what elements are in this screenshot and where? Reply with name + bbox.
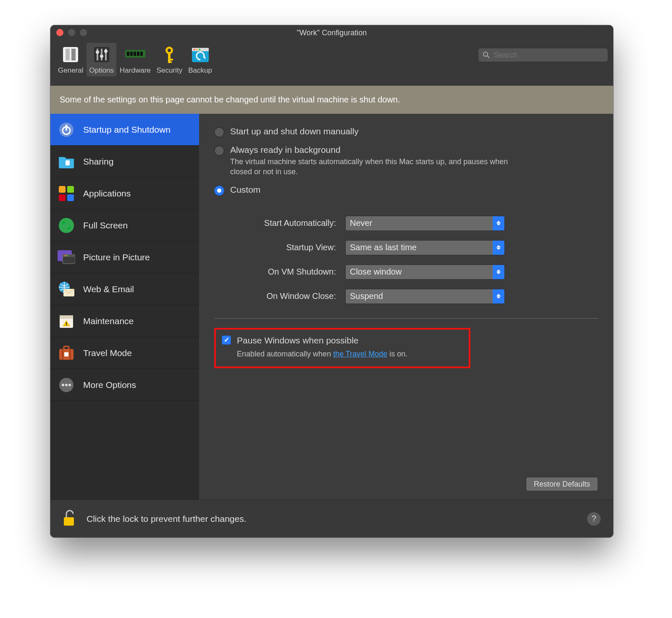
svg-point-42 xyxy=(67,255,68,256)
toolbar-hardware[interactable]: Hardware xyxy=(117,43,153,76)
svg-rect-0 xyxy=(63,47,78,62)
svg-rect-51 xyxy=(69,349,71,360)
select-on-vm-shutdown[interactable]: Close window xyxy=(345,264,505,280)
suitcase-icon xyxy=(57,344,76,362)
svg-rect-19 xyxy=(168,59,173,60)
minimize-window-button[interactable] xyxy=(68,29,75,36)
body: Startup and Shutdown Sharing Application… xyxy=(50,114,613,500)
label-start-automatically: Start Automatically: xyxy=(239,218,336,228)
lock-open-icon xyxy=(63,509,77,526)
search-input[interactable] xyxy=(494,51,604,60)
radio-always-ready[interactable]: Always ready in background The virtual m… xyxy=(214,145,598,177)
svg-rect-52 xyxy=(64,346,69,350)
warning-banner: Some of the settings on this page cannot… xyxy=(50,86,613,114)
svg-rect-47 xyxy=(66,322,67,325)
radio-label: Start up and shut down manually xyxy=(230,126,359,136)
svg-point-25 xyxy=(199,49,200,50)
sidebar-item-applications[interactable]: Applications xyxy=(50,178,199,209)
svg-point-55 xyxy=(62,384,64,386)
backup-icon xyxy=(190,45,210,65)
sidebar-item-web-email[interactable]: Web & Email xyxy=(50,273,199,305)
svg-rect-31 xyxy=(66,160,70,165)
ram-icon xyxy=(125,45,145,65)
svg-point-26 xyxy=(483,52,488,56)
svg-point-23 xyxy=(194,49,195,50)
more-icon xyxy=(57,376,76,394)
key-icon xyxy=(159,45,179,65)
sidebar-item-maintenance[interactable]: Maintenance xyxy=(50,305,199,337)
toolbar-options[interactable]: Options xyxy=(87,43,116,76)
divider xyxy=(214,318,598,319)
svg-point-17 xyxy=(168,49,171,52)
help-button[interactable]: ? xyxy=(587,512,601,526)
svg-point-56 xyxy=(65,384,68,386)
svg-rect-11 xyxy=(127,52,129,56)
radio-sublabel: The virtual machine starts automatically… xyxy=(230,157,524,177)
checkbox-icon: ✓ xyxy=(222,335,231,345)
sidebar-item-fullscreen[interactable]: Full Screen xyxy=(50,209,199,241)
sidebar-item-label: Full Screen xyxy=(83,220,128,230)
svg-line-27 xyxy=(487,56,489,58)
sidebar-item-label: Web & Email xyxy=(83,284,134,294)
svg-rect-1 xyxy=(66,49,70,60)
sidebar-item-startup-shutdown[interactable]: Startup and Shutdown xyxy=(50,114,199,146)
sidebar-item-sharing[interactable]: Sharing xyxy=(50,146,199,178)
window-title: "Work" Configuration xyxy=(297,29,367,37)
custom-settings: Start Automatically: Never Startup View:… xyxy=(239,216,598,304)
radio-label: Always ready in background xyxy=(230,145,524,155)
zoom-window-button[interactable] xyxy=(80,29,87,36)
sidebar-item-travel-mode[interactable]: Travel Mode xyxy=(50,337,199,369)
checkbox-pause-windows[interactable]: ✓ Pause Windows when possible Enabled au… xyxy=(222,335,463,359)
radio-custom[interactable]: Custom xyxy=(214,185,598,196)
radio-manual[interactable]: Start up and shut down manually xyxy=(214,126,598,137)
svg-rect-50 xyxy=(62,349,63,360)
sidebar-item-label: Applications xyxy=(83,189,131,199)
label-startup-view: Startup View: xyxy=(239,243,336,252)
restore-defaults-button[interactable]: Restore Defaults xyxy=(526,477,598,491)
svg-rect-48 xyxy=(66,325,67,326)
svg-rect-32 xyxy=(59,186,66,193)
sidebar-item-label: Maintenance xyxy=(83,316,134,326)
svg-rect-15 xyxy=(140,52,143,56)
checkbox-label-group: Pause Windows when possible Enabled auto… xyxy=(237,335,407,359)
footer: Click the lock to prevent further change… xyxy=(50,500,613,537)
svg-rect-20 xyxy=(168,61,172,63)
content-pane: Start up and shut down manually Always r… xyxy=(199,114,613,500)
select-start-automatically[interactable]: Never xyxy=(345,216,505,231)
lock-text: Click the lock to prevent further change… xyxy=(87,514,247,524)
svg-rect-33 xyxy=(67,186,74,193)
toolbar-security[interactable]: Security xyxy=(154,43,185,76)
chevron-updown-icon xyxy=(493,265,504,279)
highlighted-section: ✓ Pause Windows when possible Enabled au… xyxy=(214,328,470,368)
sidebar: Startup and Shutdown Sharing Application… xyxy=(50,114,199,500)
svg-rect-34 xyxy=(59,194,66,201)
toolbar: General Options Hardware Security Backup xyxy=(50,40,613,86)
radio-icon xyxy=(214,127,224,137)
search-field[interactable] xyxy=(478,48,608,62)
svg-point-9 xyxy=(104,50,108,53)
radio-label: Custom xyxy=(230,185,260,195)
sidebar-item-more-options[interactable]: More Options xyxy=(50,369,199,401)
svg-point-41 xyxy=(66,255,67,256)
svg-rect-53 xyxy=(64,352,68,356)
apps-icon xyxy=(57,184,76,203)
toolbar-backup[interactable]: Backup xyxy=(186,43,215,76)
close-window-button[interactable] xyxy=(56,29,63,36)
maintenance-icon xyxy=(57,312,76,330)
switch-icon xyxy=(60,45,81,65)
radio-icon xyxy=(214,186,224,196)
lock-button[interactable] xyxy=(63,509,77,529)
svg-rect-30 xyxy=(66,125,67,131)
window-controls xyxy=(56,29,87,36)
travel-mode-link[interactable]: the Travel Mode xyxy=(333,350,387,358)
radio-label-group: Always ready in background The virtual m… xyxy=(230,145,524,177)
svg-rect-14 xyxy=(137,52,139,56)
select-startup-view[interactable]: Same as last time xyxy=(345,240,505,255)
select-on-window-close[interactable]: Suspend xyxy=(345,289,505,304)
chevron-updown-icon xyxy=(493,289,504,304)
toolbar-general[interactable]: General xyxy=(55,43,86,76)
chevron-updown-icon xyxy=(493,216,504,230)
sidebar-item-label: Sharing xyxy=(83,157,113,167)
sidebar-item-pip[interactable]: Picture in Picture xyxy=(50,241,199,273)
svg-point-24 xyxy=(196,49,198,50)
